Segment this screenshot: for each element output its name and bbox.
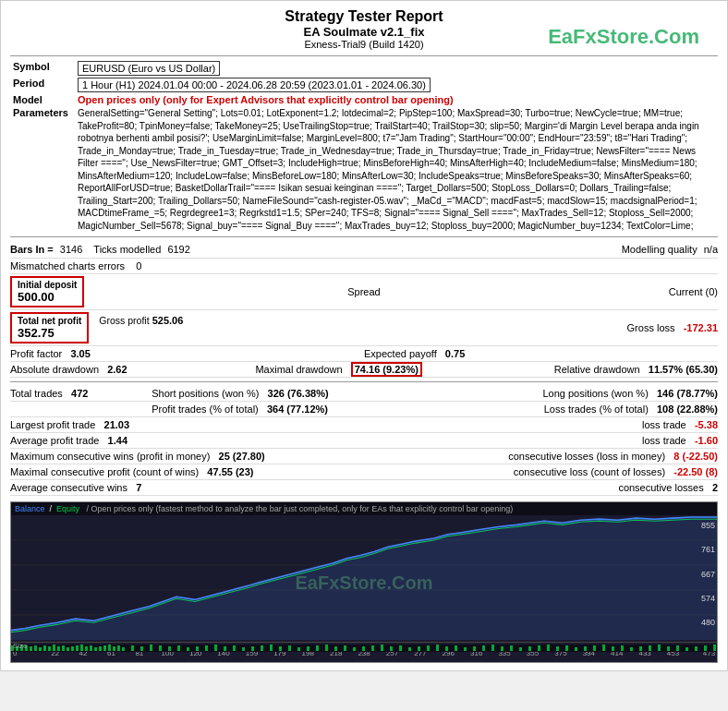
maximal-drawdown-label: Maximal drawdown (255, 364, 342, 375)
chart-watermark: EaFxStore.Com (296, 572, 433, 593)
avg-consec-wins-label: Average consecutive wins (10, 482, 127, 493)
svg-rect-74 (519, 647, 522, 651)
svg-rect-12 (34, 645, 37, 651)
model-note: Open prices only (only for Expert Adviso… (78, 94, 454, 105)
mismatched-label: Mismatched charts errors (10, 260, 125, 271)
period-value: 1 Hour (H1) 2024.01.04 00:00 - 2024.06.2… (78, 78, 431, 92)
y-label-1: 855 (701, 521, 715, 530)
largest-loss-value: -5.38 (695, 419, 718, 430)
size-label: Size (13, 642, 28, 650)
svg-rect-49 (288, 645, 291, 651)
svg-rect-41 (214, 645, 217, 651)
svg-rect-79 (565, 645, 568, 651)
svg-rect-89 (658, 645, 661, 651)
svg-rect-30 (117, 645, 120, 651)
svg-rect-76 (538, 645, 540, 651)
total-trades-value: 472 (71, 388, 88, 399)
svg-rect-19 (67, 647, 69, 651)
parameters-label: Parameters (10, 106, 75, 233)
svg-rect-77 (547, 645, 550, 651)
spread-label: Spread (347, 286, 380, 297)
svg-rect-84 (612, 646, 614, 651)
average-loss-value: -1.60 (695, 435, 718, 446)
svg-rect-31 (122, 647, 125, 651)
parameters-value: GeneralSetting="General Setting"; Lots=0… (78, 107, 715, 232)
max-consec-profit-value: 47.55 (23) (207, 466, 253, 477)
svg-rect-61 (399, 645, 402, 651)
svg-rect-57 (362, 646, 365, 651)
svg-rect-59 (381, 645, 383, 651)
chart-legend-equity: Equity (56, 504, 79, 513)
svg-rect-23 (85, 646, 88, 651)
initial-deposit-label: Initial deposit (18, 280, 77, 290)
svg-rect-53 (325, 645, 328, 651)
svg-rect-37 (177, 645, 180, 651)
y-label-3: 667 (701, 570, 715, 579)
svg-rect-83 (602, 645, 605, 651)
svg-rect-86 (630, 647, 633, 651)
symbol-value: EURUSD (Euro vs US Dollar) (78, 61, 220, 76)
svg-rect-93 (695, 646, 698, 651)
relative-drawdown-label: Relative drawdown (554, 364, 640, 375)
svg-rect-26 (99, 646, 102, 651)
average-loss-label: loss trade (642, 435, 686, 446)
svg-rect-69 (473, 646, 476, 651)
svg-rect-13 (39, 647, 42, 651)
largest-profit-label: Largest profit trade (10, 419, 95, 430)
svg-rect-36 (168, 646, 171, 651)
largest-loss-label: loss trade (642, 419, 686, 430)
svg-rect-65 (436, 645, 439, 651)
y-label-4: 574 (701, 594, 715, 603)
absolute-drawdown-label: Absolute drawdown (10, 364, 99, 375)
expected-payoff-value: 0.75 (445, 348, 465, 359)
svg-rect-38 (187, 647, 189, 651)
gross-profit-label: Gross profit (99, 315, 149, 326)
svg-rect-11 (30, 646, 32, 651)
svg-rect-14 (43, 645, 46, 651)
ticks-modelled-label: Ticks modelled (93, 244, 161, 255)
svg-rect-66 (445, 646, 448, 651)
svg-rect-91 (676, 645, 679, 651)
y-label-2: 761 (701, 545, 715, 554)
profit-factor-value: 3.05 (70, 348, 90, 359)
expected-payoff-label: Expected payoff (364, 348, 437, 359)
svg-rect-92 (686, 647, 688, 651)
loss-trades-value: 108 (22.88%) (657, 404, 718, 415)
modelling-quality-value: n/a (704, 244, 718, 255)
svg-rect-62 (408, 647, 411, 651)
svg-rect-44 (242, 647, 245, 651)
loss-trades-label: Loss trades (% of total) (544, 404, 649, 415)
total-trades-label: Total trades (10, 388, 63, 399)
gross-loss-label: Gross loss (627, 322, 675, 333)
svg-rect-25 (94, 647, 97, 651)
svg-rect-34 (150, 645, 152, 651)
svg-rect-82 (593, 645, 596, 651)
svg-rect-45 (251, 646, 254, 651)
svg-rect-20 (71, 646, 74, 651)
svg-rect-95 (713, 645, 716, 651)
svg-rect-33 (140, 646, 143, 651)
svg-rect-46 (261, 645, 263, 651)
chart-y-axis: 855 761 667 574 480 (701, 521, 715, 627)
svg-rect-72 (501, 646, 504, 651)
svg-rect-40 (205, 645, 208, 651)
svg-rect-15 (48, 646, 51, 651)
total-net-profit-value: 352.75 (18, 326, 81, 340)
long-positions-value: 146 (78.77%) (657, 388, 718, 399)
gross-loss-value: -172.31 (684, 322, 718, 333)
svg-rect-16 (53, 645, 55, 651)
svg-rect-35 (159, 645, 162, 651)
svg-rect-87 (639, 646, 642, 651)
svg-rect-67 (455, 645, 457, 651)
spread-value: Current (0) (669, 286, 718, 297)
maximal-drawdown-value: 74.16 (9.23%) (351, 362, 422, 377)
svg-rect-60 (390, 646, 393, 651)
profit-trades-value: 364 (77.12%) (267, 404, 328, 415)
svg-rect-73 (510, 645, 513, 651)
report-title: Strategy Tester Report (10, 8, 718, 25)
period-label: Period (10, 77, 75, 93)
svg-rect-22 (80, 645, 83, 651)
average-profit-value: 1.44 (108, 435, 127, 446)
svg-rect-68 (464, 647, 467, 651)
bars-in-test-value: 3146 (60, 244, 82, 255)
